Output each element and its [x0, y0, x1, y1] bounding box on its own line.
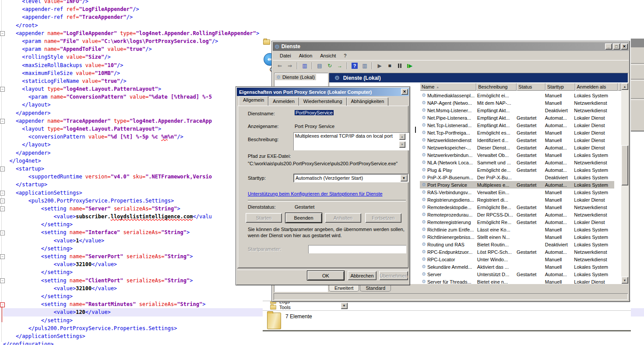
- service-row[interactable]: ⚙Registrierungsdiens...Registriert di...…: [420, 196, 614, 203]
- service-row[interactable]: ⚙Net.Pipe-Listenera...Empfängt Akt...Ges…: [420, 114, 614, 121]
- service-row[interactable]: ⚙Richtlinienergebniss...Stellt einen N..…: [420, 233, 614, 241]
- tree-item-dienste-lokal[interactable]: ⚙ Dienste (Lokal): [275, 74, 316, 80]
- service-row[interactable]: ⚙Multimediaklassenpl...Ermöglicht ei...M…: [420, 92, 614, 99]
- service-row[interactable]: ⚙Sekundäre Anmeld...Aktiviert das ...Man…: [420, 263, 614, 270]
- dialog-tab-anmelden[interactable]: Anmelden: [268, 97, 299, 106]
- maximize-button[interactable]: □: [613, 43, 620, 50]
- service-row[interactable]: ⚙RPC-Endpunktzuor...Löst RPC-Sch...Gesta…: [420, 248, 614, 256]
- service-row[interactable]: ⚙Remoteprozedurau...Der RPCSS-Di...Gesta…: [420, 211, 614, 218]
- show-console-tree-icon[interactable]: ▥: [300, 61, 309, 70]
- service-row[interactable]: ⚙Port Proxy ServiceMultiplexes e...Gesta…: [420, 181, 614, 189]
- beenden-button[interactable]: Beenden: [285, 213, 322, 223]
- scroll-down-button[interactable]: ▼: [621, 277, 628, 284]
- bottom-tab-erweitert[interactable]: Erweitert: [329, 285, 359, 292]
- menu-help[interactable]: ?: [340, 52, 350, 59]
- code-line: <appender name="LogFileAppender" type="l…: [3, 29, 644, 37]
- beschreibung-textarea[interactable]: Multiplexes external TCP/IP data on loca…: [293, 132, 409, 150]
- service-row[interactable]: ⚙RemoteregistrierungErmöglicht Re...Gest…: [420, 218, 614, 226]
- menu-ansicht[interactable]: Ansicht: [317, 52, 339, 59]
- service-gear-icon: ⚙: [422, 167, 426, 172]
- service-row[interactable]: ⚙Richtlinie zum Entfe...Lässt eine Ko...…: [420, 226, 614, 233]
- services-pane-header-label: Dienste (Lokal): [343, 75, 381, 81]
- toolbar-separator: [347, 62, 348, 69]
- service-row[interactable]: ⚙NetzwerklistendienstIdentifiziert d...G…: [420, 136, 614, 144]
- service-gear-icon: ⚙: [422, 220, 426, 224]
- refresh-icon[interactable]: ↻: [325, 61, 334, 70]
- explorer-dropdown-button[interactable]: ▼: [341, 302, 348, 309]
- window-new-icon[interactable]: ▥: [360, 61, 369, 70]
- close-button[interactable]: ✕: [621, 43, 628, 50]
- dialog-titlebar[interactable]: Eigenschaften von Port Proxy Service (Lo…: [237, 88, 409, 96]
- service-row[interactable]: ⚙Netzwerkverbindun...Verwaltet Ob...Gest…: [420, 151, 614, 159]
- column-header-anmelden-als[interactable]: Anmelden als: [575, 83, 618, 91]
- service-gear-icon: ⚙: [422, 123, 426, 128]
- service-row[interactable]: ⚙Server für Threads...Bietet eine n...Ma…: [420, 278, 614, 284]
- dialog-tabs: AllgemeinAnmeldenWiederherstellungAbhäng…: [239, 98, 388, 106]
- dialog-tab-abhängigkeiten[interactable]: Abhängigkeiten: [347, 97, 389, 106]
- service-row[interactable]: ⚙RPC-LocatorUnter Windo...ManuellNetzwer…: [420, 256, 614, 263]
- pause-service-icon[interactable]: [395, 61, 404, 70]
- minimize-button[interactable]: _: [605, 43, 612, 50]
- service-row[interactable]: ⚙NAP-Agent (Netwo...Mit dem NAP-...Manue…: [420, 99, 614, 107]
- scroll-up-button[interactable]: ▲: [621, 83, 628, 90]
- explorer-item-tools[interactable]: Tools: [270, 305, 291, 310]
- back-icon[interactable]: ⇐: [275, 61, 284, 70]
- column-header-name[interactable]: Name▲: [420, 83, 476, 91]
- service-row[interactable]: ⚙Netzwerkspeicher-...Dieser Dienst...Ges…: [420, 144, 614, 151]
- dialog-tab-wiederherstellung[interactable]: Wiederherstellung: [299, 97, 347, 106]
- bottom-tab-standard[interactable]: Standard: [360, 285, 391, 292]
- übernehmen-button[interactable]: Übernehmen: [379, 271, 408, 280]
- combo-dropdown-button[interactable]: ▼: [400, 174, 408, 181]
- abbrechen-button[interactable]: Abbrechen: [348, 271, 377, 280]
- service-row[interactable]: ⚙Net.Tcp-Portfreiga...Ermöglicht es...Ge…: [420, 129, 614, 136]
- dialog-title: Eigenschaften von Port Proxy Service (Lo…: [239, 89, 372, 95]
- service-row[interactable]: ⚙ServerUnterstützt D...GestartetAutomat.…: [420, 270, 614, 278]
- service-row[interactable]: ⚙Net.Tcp-Listenerad...Empfängt Akt...Ges…: [420, 121, 614, 129]
- service-row[interactable]: ⚙NLA (Network Loca...Sammelt und ...Gest…: [420, 159, 614, 166]
- ok-button[interactable]: OK: [307, 271, 344, 280]
- pane-splitter-mark[interactable]: [415, 127, 416, 133]
- dialog-tab-allgemein[interactable]: Allgemein: [239, 96, 268, 106]
- services-toolbar: ⇐⇒▥▤↻→?▥▶■▶: [273, 60, 629, 71]
- service-row[interactable]: ⚙RAS-Verbindungsv...Verwaltet Ein...Manu…: [420, 189, 614, 196]
- column-header-status[interactable]: Status: [517, 83, 545, 91]
- starttyp-combobox[interactable]: Automatisch (Verzögerter Start) ▼: [293, 174, 408, 182]
- service-gear-icon: ⚙: [422, 242, 426, 247]
- scrollbar-thumb[interactable]: [621, 145, 628, 185]
- service-row[interactable]: ⚙Net.Msmq-Listener...Empfängt Akt...Deak…: [420, 107, 614, 114]
- services-scrollbar[interactable]: ▲ ▼: [621, 83, 628, 284]
- anhalten-button[interactable]: Anhalten: [325, 213, 361, 223]
- service-row[interactable]: ⚙Plug & PlayErmöglicht de...GestartetAut…: [420, 166, 614, 174]
- console-tree-pane-bottom: [274, 285, 328, 292]
- pfad-value: "C:\work\ais\puls200.PortProxyService\pu…: [248, 161, 398, 166]
- service-row[interactable]: ⚙PnP-X-IP-Busenum...Der PnP-X-Bu...Deakt…: [420, 174, 614, 181]
- startparameter-input[interactable]: [308, 245, 406, 253]
- services-pane-header: ⚙ Dienste (Lokal): [329, 73, 628, 82]
- menu-aktion[interactable]: Aktion: [296, 52, 316, 59]
- fortsetzen-button[interactable]: Fortsetzen: [365, 213, 401, 223]
- dienstname-value[interactable]: PortProxyService: [295, 110, 334, 115]
- dienststatus-value: Gestartet: [295, 204, 314, 210]
- stop-service-icon[interactable]: ■: [385, 61, 394, 70]
- startoptions-help-link[interactable]: Unterstützung beim Konfigurieren der Sta…: [248, 191, 383, 196]
- beschreibung-scrollbar[interactable]: ▲ ▼: [399, 133, 405, 148]
- restart-service-icon[interactable]: ▶: [405, 61, 414, 70]
- column-header-starttyp[interactable]: Starttyp: [545, 83, 575, 91]
- scroll-up-button[interactable]: ▲: [399, 133, 405, 140]
- menu-datei[interactable]: Datei: [276, 52, 295, 59]
- help-icon[interactable]: ?: [350, 61, 359, 70]
- column-header-beschreibung[interactable]: Beschreibung: [476, 83, 517, 91]
- service-row[interactable]: ⚙Remotedesktopdie...Ermöglicht Be...Gest…: [420, 203, 614, 211]
- services-titlebar[interactable]: ⚙ Dienste _□✕: [273, 42, 629, 51]
- service-row[interactable]: ⚙Routing und RASBietet Routin...Deaktivi…: [420, 241, 614, 248]
- forward-icon[interactable]: ⇒: [285, 61, 294, 70]
- service-gear-icon: ⚙: [422, 272, 426, 277]
- starten-button[interactable]: Starten: [246, 213, 282, 223]
- dialog-close-button[interactable]: ✕: [401, 89, 408, 95]
- export-list-icon[interactable]: →: [335, 61, 344, 70]
- scroll-down-button[interactable]: ▼: [399, 141, 405, 148]
- service-gear-icon: ⚙: [422, 145, 426, 150]
- properties-icon[interactable]: ▤: [315, 61, 324, 70]
- start-service-icon[interactable]: ▶: [375, 61, 384, 70]
- services-window-title: Dienste: [282, 43, 300, 50]
